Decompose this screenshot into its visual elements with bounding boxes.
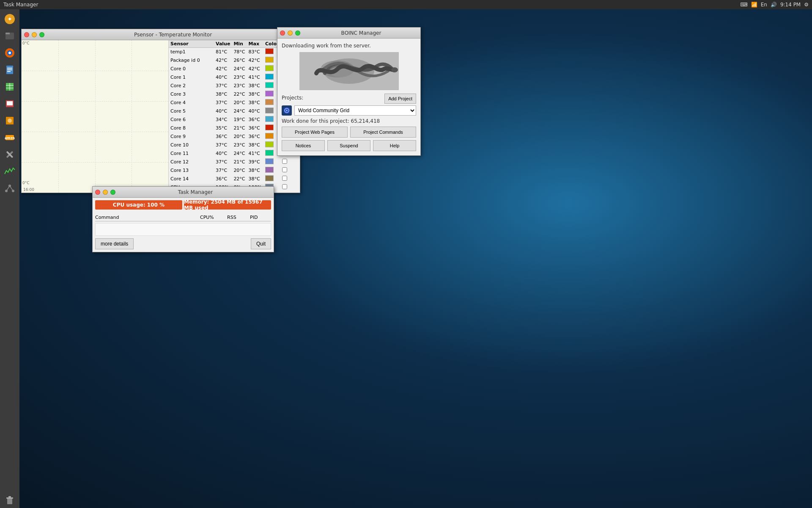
- sensor-graph-cell[interactable]: [280, 175, 300, 183]
- graph-checkbox[interactable]: [282, 167, 287, 172]
- volume-icon: 🔊: [771, 2, 777, 8]
- sensor-min: 24°C: [232, 149, 247, 158]
- sensor-value: 42°C: [214, 56, 232, 65]
- taskmanager-min-btn[interactable]: [103, 190, 108, 195]
- col-cpu: CPU%: [200, 215, 225, 220]
- sensor-color-cell: [263, 166, 280, 175]
- sensor-max: 38°C: [247, 82, 263, 90]
- color-swatch: [265, 82, 274, 88]
- boinc-suspend-btn[interactable]: Suspend: [327, 140, 370, 151]
- taskmanager-btn-row: more details Quit: [95, 238, 271, 249]
- color-swatch: [265, 57, 274, 63]
- boinc-work-done: Work done for this project: 65,214,418: [282, 118, 416, 124]
- sensor-name: Core 0: [169, 65, 214, 73]
- psensor-max-btn[interactable]: [39, 32, 44, 37]
- boinc-title: BOINC Manager: [304, 30, 418, 36]
- sensor-max: 39°C: [247, 158, 263, 166]
- svg-rect-9: [7, 69, 12, 70]
- psensor-min-btn[interactable]: [32, 32, 37, 37]
- graph-checkbox[interactable]: [282, 159, 287, 164]
- sensor-name: temp1: [169, 48, 214, 56]
- sidebar-item-files[interactable]: [2, 28, 18, 44]
- boinc-project-commands-btn[interactable]: Project Commands: [350, 127, 416, 138]
- svg-point-36: [391, 67, 398, 72]
- boinc-notices-btn[interactable]: Notices: [282, 140, 325, 151]
- color-swatch: [265, 133, 274, 139]
- boinc-close-btn[interactable]: [280, 30, 285, 36]
- settings-icon: ⚙: [804, 2, 809, 8]
- sensor-value: 37°C: [214, 158, 232, 166]
- sensor-value: 34°C: [214, 116, 232, 124]
- sensor-max: 38°C: [247, 175, 263, 183]
- boinc-add-project-btn[interactable]: Add Project: [384, 94, 416, 104]
- sidebar-item-tools[interactable]: [2, 146, 18, 163]
- more-details-btn[interactable]: more details: [95, 238, 134, 249]
- sensor-graph-cell[interactable]: [280, 192, 300, 193]
- sensor-graph-cell[interactable]: [280, 183, 300, 192]
- svg-rect-29: [7, 498, 12, 504]
- sensor-max: 38°C: [247, 90, 263, 99]
- svg-line-27: [6, 186, 10, 191]
- chart-y-bottom: 0°C: [22, 181, 30, 185]
- boinc-min-btn[interactable]: [288, 30, 293, 36]
- sensor-max: 83°C: [247, 48, 263, 56]
- sensor-max: 38°C: [247, 166, 263, 175]
- boinc-project-select[interactable]: World Community Grid: [294, 105, 416, 116]
- sensor-value: 40°C: [214, 107, 232, 116]
- taskmanager-max-btn[interactable]: [110, 190, 115, 195]
- sensor-name: Core 1: [169, 73, 214, 82]
- psensor-title: Psensor - Temperature Monitor: [49, 32, 297, 38]
- sensor-value: 38°C: [214, 90, 232, 99]
- quit-btn[interactable]: Quit: [251, 238, 271, 249]
- clock: 9:14 PM: [780, 2, 801, 8]
- graph-checkbox[interactable]: [282, 184, 287, 189]
- sidebar-item-firefox[interactable]: [2, 45, 18, 61]
- sidebar-item-presentation[interactable]: [2, 96, 18, 112]
- sensor-min: 23°C: [232, 82, 247, 90]
- sidebar-item-monitor[interactable]: [2, 163, 18, 179]
- psensor-content: 0°C 0°C 16:00 16:00 Sensor Value Min: [22, 40, 300, 193]
- boinc-max-btn[interactable]: [295, 30, 300, 36]
- psensor-close-btn[interactable]: [24, 32, 29, 37]
- sensor-min: 22°C: [232, 175, 247, 183]
- boinc-projects-label: Projects:: [282, 95, 303, 101]
- sidebar-item-amazon[interactable]: amzn: [2, 130, 18, 146]
- sensor-value: 40°C: [214, 149, 232, 158]
- sensor-min: 20°C: [232, 133, 247, 141]
- boinc-help-btn[interactable]: Help: [373, 140, 416, 151]
- psensor-chart: 0°C 0°C 16:00 16:00: [22, 40, 169, 193]
- graph-checkbox[interactable]: [282, 176, 287, 181]
- col-command: Command: [95, 215, 198, 220]
- sidebar-item-doc[interactable]: [2, 62, 18, 78]
- boinc-image-svg: [299, 52, 399, 90]
- taskmanager-close-btn[interactable]: [95, 190, 100, 195]
- sensor-name: Core 9: [169, 133, 214, 141]
- col-min: Min: [232, 40, 247, 48]
- boinc-project-web-pages-btn[interactable]: Project Web Pages: [282, 127, 348, 138]
- taskbar-right-icons: ⌨ 📶 En 🔊 9:14 PM ⚙: [740, 2, 809, 8]
- svg-rect-10: [7, 71, 11, 72]
- sidebar-item-network[interactable]: [2, 180, 18, 196]
- taskbar-top: Task Manager ⌨ 📶 En 🔊 9:14 PM ⚙: [0, 0, 812, 9]
- sidebar-item-spreadsheet[interactable]: [2, 79, 18, 95]
- boinc-titlebar: BOINC Manager: [277, 28, 420, 39]
- sensor-min: 22°C: [232, 90, 247, 99]
- keyboard-icon: ⌨: [740, 2, 747, 8]
- color-swatch: [265, 167, 274, 173]
- sidebar-item-home[interactable]: ✦: [2, 11, 18, 27]
- boinc-action-row-1: Project Web Pages Project Commands: [282, 127, 416, 138]
- sidebar-item-trash[interactable]: [2, 492, 18, 508]
- vgrid-line-2: [95, 40, 96, 193]
- sensor-graph-cell[interactable]: [280, 166, 300, 175]
- color-swatch: [265, 99, 274, 105]
- table-row: Core 13 37°C 20°C 38°C: [169, 166, 300, 175]
- sensor-graph-cell[interactable]: [280, 158, 300, 166]
- taskmanager-titlebar: Task Manager: [93, 187, 274, 198]
- sensor-max: 38°C: [247, 141, 263, 149]
- sidebar-item-draw[interactable]: [2, 113, 18, 129]
- sensor-min: 20°C: [232, 99, 247, 107]
- sensor-color-cell: [263, 158, 280, 166]
- svg-point-19: [8, 119, 12, 123]
- color-swatch: [265, 141, 274, 147]
- psensor-titlebar: Psensor - Temperature Monitor: [22, 29, 300, 40]
